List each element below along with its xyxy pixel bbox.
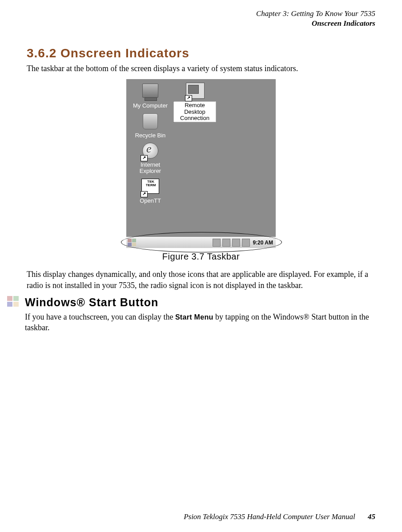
figure-caption: Figure 3.7 Taskbar bbox=[27, 252, 375, 262]
header-chapter: Chapter 3: Getting To Know Your 7535 bbox=[27, 9, 375, 19]
paragraph-start-button: If you have a touchscreen, you can displ… bbox=[25, 312, 375, 333]
desktop-screenshot: My Computer Recycle Bin ↗ Internet Explo… bbox=[126, 79, 276, 248]
figure-wrap: My Computer Recycle Bin ↗ Internet Explo… bbox=[27, 79, 375, 262]
windows-flag-icon bbox=[7, 296, 20, 308]
system-tray: 9:20 AM bbox=[213, 239, 276, 247]
footer-title: Psion Teklogix 7535 Hand-Held Computer U… bbox=[184, 512, 355, 521]
footer-page-number: 45 bbox=[368, 512, 375, 521]
header-section: Onscreen Indicators bbox=[27, 19, 375, 28]
sub-heading-start-button: Windows® Start Button bbox=[25, 296, 375, 309]
page-header: Chapter 3: Getting To Know Your 7535 Ons… bbox=[27, 9, 375, 28]
tray-status-icon[interactable] bbox=[213, 239, 221, 247]
shortcut-arrow-icon: ↗ bbox=[141, 191, 148, 197]
recycle-bin-label: Recycle Bin bbox=[129, 132, 172, 139]
p3-pre: If you have a touchscreen, you can displ… bbox=[25, 312, 175, 321]
paragraph-dynamic: This display changes dynamically, and on… bbox=[27, 269, 375, 291]
taskbar-clock: 9:20 AM bbox=[252, 240, 274, 246]
remote-desktop-label: Remote Desktop Connection bbox=[173, 101, 216, 122]
recycle-bin-icon[interactable]: Recycle Bin bbox=[129, 113, 172, 139]
internet-explorer-icon[interactable]: ↗ Internet Explorer bbox=[129, 143, 172, 175]
p3-bold: Start Menu bbox=[175, 313, 213, 321]
ie-label: Internet Explorer bbox=[129, 161, 172, 175]
taskbar[interactable]: 9:20 AM bbox=[126, 237, 276, 248]
shortcut-arrow-icon: ↗ bbox=[185, 95, 192, 101]
opentt-icon[interactable]: TEK TERM↗ OpenTT bbox=[129, 179, 172, 204]
my-computer-label: My Computer bbox=[129, 102, 172, 109]
page-footer: Psion Teklogix 7535 Hand-Held Computer U… bbox=[184, 512, 375, 521]
remote-desktop-icon[interactable]: ↗ Remote Desktop Connection bbox=[173, 83, 216, 122]
intro-paragraph: The taskbar at the bottom of the screen … bbox=[27, 63, 375, 74]
section-heading: 3.6.2 Onscreen Indicators bbox=[27, 46, 375, 60]
shortcut-arrow-icon: ↗ bbox=[141, 155, 148, 161]
tray-info-icon[interactable] bbox=[242, 239, 250, 247]
tray-network-icon[interactable] bbox=[232, 239, 240, 247]
my-computer-icon[interactable]: My Computer bbox=[129, 84, 172, 109]
tray-signal-icon[interactable] bbox=[222, 239, 230, 247]
windows-start-icon[interactable] bbox=[128, 239, 137, 247]
opentt-label: OpenTT bbox=[129, 197, 172, 204]
